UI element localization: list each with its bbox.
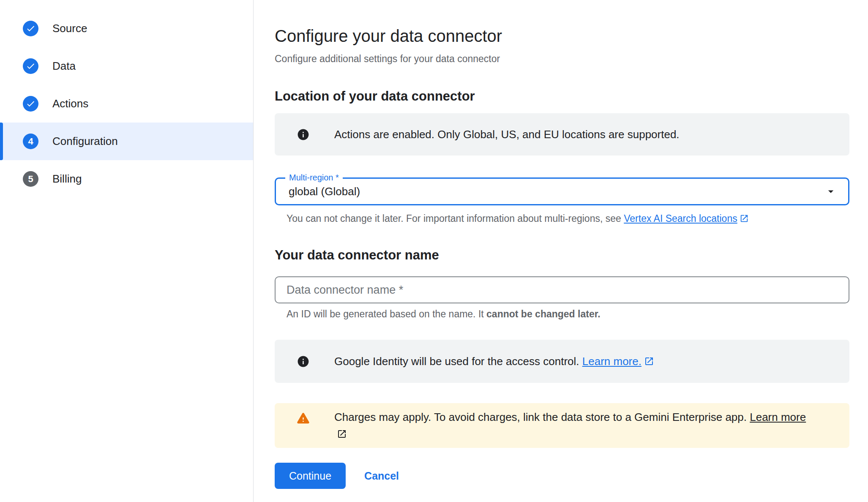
wizard-stepper-sidebar: Source Data Actions 4 Configuration 5 Bi…	[0, 0, 254, 502]
cancel-button[interactable]: Cancel	[357, 463, 407, 489]
sidebar-step-actions[interactable]: Actions	[0, 85, 253, 123]
info-banner-text: Actions are enabled. Only Global, US, an…	[334, 126, 680, 143]
warning-banner-text: Charges may apply. To avoid charges, lin…	[334, 409, 806, 442]
actions-enabled-info-banner: Actions are enabled. Only Global, US, an…	[275, 113, 849, 156]
connector-name-helper-bold: cannot be changed later.	[486, 308, 601, 319]
identity-learn-more-link[interactable]: Learn more.	[582, 355, 641, 368]
main-content: Configure your data connector Configure …	[254, 0, 868, 502]
charges-warning-banner: Charges may apply. To avoid charges, lin…	[275, 403, 849, 448]
check-circle-icon	[23, 58, 38, 74]
active-step-indicator	[0, 123, 3, 160]
chevron-down-icon	[824, 185, 837, 198]
step-label: Source	[52, 22, 87, 35]
step-number: 4	[28, 136, 33, 147]
multi-region-label: Multi-region *	[285, 172, 343, 183]
info-icon	[297, 128, 310, 141]
step-label: Actions	[52, 97, 88, 110]
sidebar-step-configuration[interactable]: 4 Configuration	[0, 123, 253, 160]
multi-region-helper-text: You can not change it later. For importa…	[275, 213, 849, 224]
identity-banner-prefix: Google Identity will be used for the acc…	[334, 355, 582, 368]
open-in-new-icon[interactable]	[334, 428, 347, 440]
data-connector-name-input[interactable]	[275, 276, 849, 303]
multi-region-helper-prefix: You can not change it later. For importa…	[287, 213, 624, 224]
sidebar-step-source[interactable]: Source	[0, 10, 253, 47]
step-label: Configuration	[52, 135, 118, 148]
page-title: Configure your data connector	[275, 26, 849, 46]
google-identity-info-banner: Google Identity will be used for the acc…	[275, 340, 849, 383]
check-circle-icon	[23, 21, 38, 36]
step-number: 5	[28, 174, 33, 185]
vertex-ai-search-locations-link[interactable]: Vertex AI Search locations	[624, 213, 737, 224]
sidebar-step-data[interactable]: Data	[0, 47, 253, 85]
open-in-new-icon[interactable]	[737, 213, 749, 224]
sidebar-step-billing[interactable]: 5 Billing	[0, 160, 253, 198]
step-number-badge: 5	[23, 171, 38, 187]
connector-name-helper-text: An ID will be generated based on the nam…	[275, 308, 849, 319]
step-number-badge: 4	[23, 134, 38, 149]
identity-banner-text: Google Identity will be used for the acc…	[334, 353, 654, 370]
connector-name-helper-prefix: An ID will be generated based on the nam…	[287, 308, 486, 319]
continue-button[interactable]: Continue	[275, 463, 346, 489]
location-section-heading: Location of your data connector	[275, 89, 849, 104]
open-in-new-icon[interactable]	[641, 355, 654, 368]
warning-icon	[297, 412, 310, 425]
charges-learn-more-link[interactable]: Learn more	[750, 411, 806, 423]
info-icon	[297, 355, 310, 368]
check-circle-icon	[23, 96, 38, 112]
multi-region-select[interactable]: Multi-region * global (Global)	[275, 177, 849, 205]
multi-region-value: global (Global)	[289, 185, 360, 198]
warning-banner-prefix: Charges may apply. To avoid charges, lin…	[334, 411, 750, 423]
page-subtitle: Configure additional settings for your d…	[275, 53, 849, 64]
step-label: Billing	[52, 172, 82, 186]
step-label: Data	[52, 60, 76, 73]
form-actions: Continue Cancel	[275, 463, 849, 489]
name-section-heading: Your data connector name	[275, 248, 849, 263]
